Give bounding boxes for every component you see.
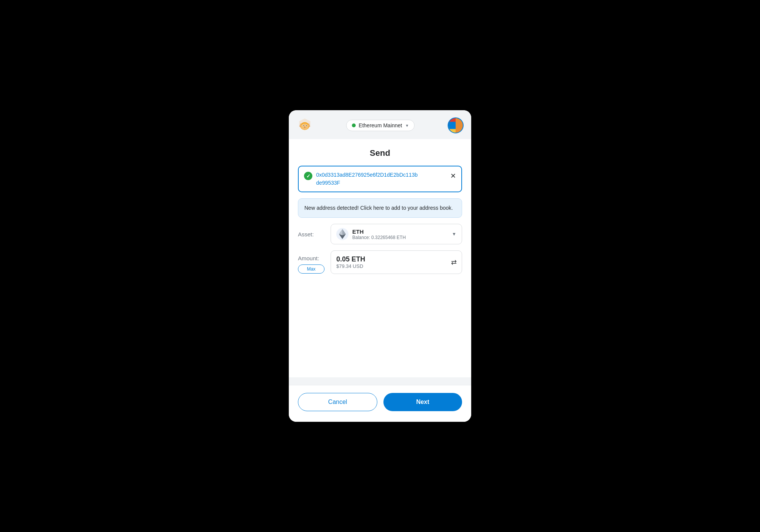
amount-label: Amount:	[298, 255, 325, 261]
asset-info: ETH Balance: 0.32265468 ETH	[352, 228, 448, 240]
metamask-logo	[296, 117, 313, 134]
address-valid-icon	[304, 172, 312, 180]
amount-values: 0.05 ETH $79.34 USD	[336, 255, 365, 269]
asset-name: ETH	[352, 228, 448, 235]
asset-field-row: Asset: ETH Balance: 0.32265468 ETH	[298, 224, 462, 244]
page-title: Send	[298, 148, 462, 158]
wallet-card: Ethereum Mainnet ▼ Send 0x0d3313ad8E2769…	[289, 110, 471, 422]
asset-label: Asset:	[298, 231, 325, 238]
svg-point-9	[303, 125, 304, 126]
svg-point-10	[306, 125, 307, 126]
amount-usd-value: $79.34 USD	[336, 263, 365, 269]
amount-field-row: Amount: Max 0.05 ETH $79.34 USD ⇅	[298, 250, 462, 274]
convert-currency-icon[interactable]: ⇅	[450, 260, 458, 265]
new-address-text: New address detected! Click here to add …	[304, 204, 456, 212]
footer: Cancel Next	[289, 385, 471, 422]
account-avatar[interactable]	[448, 117, 464, 133]
amount-input-box[interactable]: 0.05 ETH $79.34 USD ⇅	[331, 250, 462, 274]
asset-dropdown-icon: ▼	[452, 231, 456, 237]
eth-icon	[336, 228, 348, 240]
avatar-inner	[448, 122, 456, 129]
network-selector[interactable]: Ethereum Mainnet ▼	[346, 120, 415, 131]
amount-eth-value: 0.05 ETH	[336, 255, 365, 263]
asset-selector[interactable]: ETH Balance: 0.32265468 ETH ▼	[331, 224, 462, 244]
max-button[interactable]: Max	[298, 264, 325, 274]
amount-label-group: Amount: Max	[298, 250, 325, 274]
svg-point-11	[304, 127, 306, 127]
cancel-button[interactable]: Cancel	[298, 393, 377, 411]
header: Ethereum Mainnet ▼	[289, 110, 471, 139]
address-input-box[interactable]: 0x0d3313ad8E276925e6f2D1dE2bDc113b de995…	[298, 166, 462, 192]
asset-balance: Balance: 0.32265468 ETH	[352, 235, 448, 240]
chevron-down-icon: ▼	[405, 124, 409, 128]
network-status-dot	[352, 124, 356, 127]
next-button[interactable]: Next	[383, 393, 462, 411]
svg-point-6	[301, 124, 309, 130]
network-label: Ethereum Mainnet	[359, 122, 402, 128]
main-content: Send 0x0d3313ad8E276925e6f2D1dE2bDc113b …	[289, 139, 471, 377]
address-value: 0x0d3313ad8E276925e6f2D1dE2bDc113b de995…	[316, 171, 446, 187]
new-address-banner[interactable]: New address detected! Click here to add …	[298, 198, 462, 218]
clear-address-icon[interactable]: ✕	[450, 172, 456, 180]
